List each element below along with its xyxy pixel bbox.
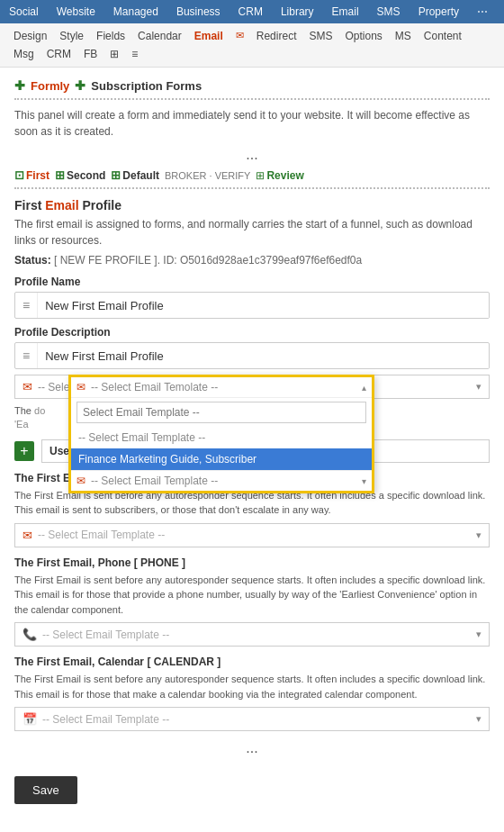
envelope-dd-icon: ✉ bbox=[22, 380, 32, 393]
tab-row: ⊡ First ⊞ Second ⊞ Default BROKER · VERI… bbox=[14, 168, 490, 182]
sub-navigation: Design Style Fields Calendar Email ✉ Red… bbox=[0, 23, 504, 68]
calendar-desc: The First Email is sent before any autor… bbox=[14, 672, 490, 701]
first-tab-icon: ⊡ bbox=[14, 168, 24, 182]
broker-verify-label: BROKER · VERIFY bbox=[165, 170, 250, 181]
popup-envelope-icon: ✉ bbox=[76, 381, 86, 393]
top-navigation: Social Website Managed Business CRM Libr… bbox=[0, 0, 504, 23]
formly-plus-icon: ✚ bbox=[14, 78, 25, 93]
profile-name-input-row: ≡ bbox=[14, 292, 490, 319]
ellipsis-1: ... bbox=[14, 147, 490, 163]
profile-desc-label: Profile Description bbox=[14, 326, 490, 339]
popup-bottom-arrow: ▾ bbox=[362, 476, 366, 486]
second-tab-icon: ⊞ bbox=[55, 168, 65, 182]
phone-title: The First Email, Phone [ PHONE ] bbox=[14, 556, 490, 569]
profile-desc-input-row: ≡ bbox=[14, 342, 490, 369]
profile-name-label: Profile Name bbox=[14, 276, 490, 288]
nav-crm[interactable]: CRM bbox=[230, 0, 272, 23]
subscription-label: Subscription Forms bbox=[91, 79, 202, 93]
profile-desc-input[interactable] bbox=[38, 344, 489, 368]
popup-option-placeholder1[interactable]: -- Select Email Template -- bbox=[71, 427, 372, 448]
main-content: ✚ Formly ✚ Subscription Forms This panel… bbox=[0, 68, 504, 815]
subscriber-envelope-icon: ✉ bbox=[22, 529, 32, 542]
phone-template-text: -- Select Email Template -- bbox=[42, 629, 471, 641]
subscriber-template-select[interactable]: ✉ -- Select Email Template -- ▾ bbox=[14, 523, 490, 547]
phone-desc: The First Email is sent before any autor… bbox=[14, 573, 490, 618]
envelope-icon: ✉ bbox=[230, 27, 250, 45]
phone-icon: 📞 bbox=[22, 628, 37, 641]
formly-header: ✚ Formly ✚ Subscription Forms bbox=[14, 78, 490, 93]
ellipsis-2: ... bbox=[14, 740, 490, 756]
subnav-menu[interactable]: ≡ bbox=[125, 45, 144, 63]
tab-item-second[interactable]: ⊞ Second bbox=[55, 168, 105, 182]
popup-header-text: -- Select Email Temolate -- bbox=[91, 381, 356, 393]
status-line: Status: [ NEW FE PROFILE ]. ID: O5016d92… bbox=[14, 254, 490, 267]
dd-arrow-icon: ▾ bbox=[476, 381, 482, 393]
section-description: The first email is assigned to forms, an… bbox=[14, 216, 490, 249]
popup-options-list: -- Select Email Template -- Finance Mark… bbox=[71, 427, 372, 470]
subnav-redirect[interactable]: Redirect bbox=[250, 27, 303, 45]
nav-managed[interactable]: Managed bbox=[104, 0, 167, 23]
panel-description: This panel will create a form and immedi… bbox=[14, 107, 490, 140]
email-template-dropdown-area: ✉ -- Select Email Temolate -- ▾ ✉ -- Sel… bbox=[14, 375, 490, 399]
nav-property[interactable]: Property bbox=[410, 0, 468, 23]
divider-2 bbox=[14, 187, 490, 189]
nav-email[interactable]: Email bbox=[323, 0, 368, 23]
save-button[interactable]: Save bbox=[14, 776, 77, 804]
tab-item-default[interactable]: ⊞ Default bbox=[111, 168, 159, 182]
tab-second-label: Second bbox=[67, 169, 105, 182]
popup-search-input[interactable] bbox=[76, 402, 366, 423]
popup-bottom-envelope-icon: ✉ bbox=[76, 475, 86, 487]
review-tab-icon: ⊞ bbox=[256, 169, 265, 182]
drag-icon-name: ≡ bbox=[15, 293, 38, 318]
email-word: Email bbox=[45, 198, 78, 213]
section-title: First Email Profile bbox=[14, 198, 490, 213]
subnav-crm[interactable]: CRM bbox=[40, 45, 77, 63]
tab-review-label: Review bbox=[266, 169, 303, 182]
subscriber-template-arrow: ▾ bbox=[476, 529, 482, 541]
subnav-msg[interactable]: Msg bbox=[7, 45, 40, 63]
subnav-sms[interactable]: SMS bbox=[302, 27, 338, 45]
status-value: [ NEW FE PROFILE ]. ID: O5016d928ae1c379… bbox=[54, 254, 362, 267]
conditional-plus-button[interactable]: + bbox=[14, 441, 34, 461]
popup-header-arrow: ▴ bbox=[362, 383, 366, 393]
calendar-icon: 📅 bbox=[22, 712, 37, 726]
profile-name-input[interactable] bbox=[38, 294, 489, 318]
phone-template-select[interactable]: 📞 -- Select Email Template -- ▾ bbox=[14, 622, 490, 647]
status-label: Status: bbox=[14, 254, 51, 267]
subscriber-template-text: -- Select Email Template -- bbox=[38, 529, 471, 541]
subscription-plus-icon: ✚ bbox=[75, 78, 86, 93]
nav-library[interactable]: Library bbox=[272, 0, 323, 23]
subnav-design[interactable]: Design bbox=[7, 27, 53, 45]
calendar-title: The First Email, Calendar [ CALENDAR ] bbox=[14, 656, 490, 668]
nav-more[interactable]: ⋯ bbox=[468, 0, 497, 23]
nav-social[interactable]: Social bbox=[0, 0, 48, 23]
subnav-calendar[interactable]: Calendar bbox=[131, 27, 188, 45]
popup-option-selected[interactable]: Finance Marketing Guide, Subscriber bbox=[71, 448, 372, 470]
tab-first-label[interactable]: First bbox=[26, 169, 50, 182]
email-template-popup: ✉ -- Select Email Temolate -- ▴ -- Selec… bbox=[68, 375, 374, 493]
popup-bottom: ✉ -- Select Email Template -- ▾ bbox=[71, 470, 372, 491]
subnav-style[interactable]: Style bbox=[53, 27, 90, 45]
formly-brand: Formly bbox=[31, 79, 69, 93]
nav-sms[interactable]: SMS bbox=[368, 0, 410, 23]
default-tab-icon: ⊞ bbox=[111, 168, 121, 182]
subnav-email[interactable]: Email bbox=[188, 27, 230, 45]
calendar-template-text: -- Select Email Template -- bbox=[42, 713, 471, 726]
subnav-ms[interactable]: MS bbox=[389, 27, 418, 45]
subnav-fb[interactable]: FB bbox=[77, 45, 104, 63]
subnav-options[interactable]: Options bbox=[338, 27, 388, 45]
phone-template-arrow: ▾ bbox=[476, 629, 482, 640]
drag-icon-desc: ≡ bbox=[15, 343, 38, 368]
popup-search-area bbox=[71, 398, 372, 427]
nav-website[interactable]: Website bbox=[48, 0, 104, 23]
subnav-grid[interactable]: ⊞ bbox=[104, 45, 125, 63]
tab-item-first: ⊡ First bbox=[14, 168, 50, 182]
subnav-content[interactable]: Content bbox=[418, 27, 468, 45]
divider-1 bbox=[14, 98, 490, 100]
subnav-fields[interactable]: Fields bbox=[90, 27, 131, 45]
nav-business[interactable]: Business bbox=[167, 0, 230, 23]
popup-bottom-text: -- Select Email Template -- bbox=[91, 475, 356, 487]
tab-item-review[interactable]: ⊞ Review bbox=[256, 169, 303, 182]
calendar-template-select[interactable]: 📅 -- Select Email Template -- ▾ bbox=[14, 707, 490, 731]
calendar-template-arrow: ▾ bbox=[476, 713, 482, 725]
